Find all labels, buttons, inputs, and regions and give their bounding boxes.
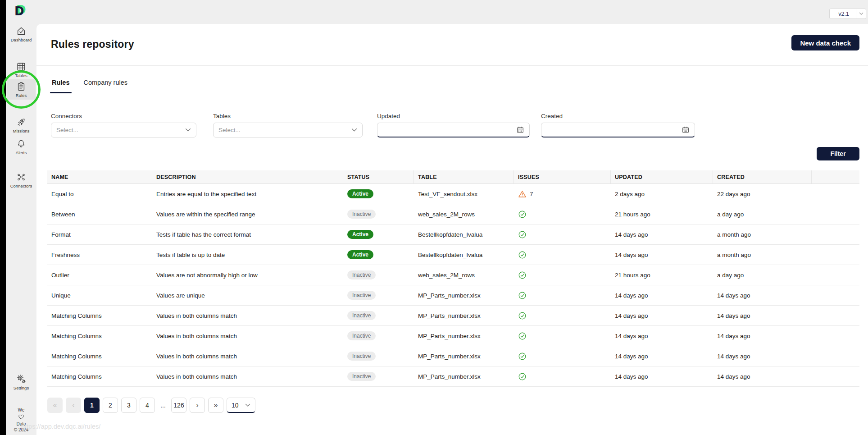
status-badge: Inactive: [347, 270, 376, 279]
cell-table: MP_Parts_number.xlsx: [414, 285, 514, 305]
cell-created: 14 days ago: [713, 366, 812, 386]
table-row[interactable]: FormatTests if table has the correct for…: [47, 224, 859, 245]
page-size-value: 10: [232, 402, 239, 409]
nodes-icon: [16, 172, 26, 182]
app-logo[interactable]: D D: [13, 4, 31, 19]
cell-updated: 14 days ago: [611, 306, 713, 325]
updated-date-input[interactable]: [382, 123, 516, 137]
page-size-select[interactable]: 10: [227, 398, 255, 413]
pagination-prev-button[interactable]: ‹: [66, 398, 81, 413]
sidebar-item-settings[interactable]: Settings: [6, 373, 36, 390]
cell-issues: [514, 224, 611, 244]
cell-description: Values are unique: [152, 285, 343, 305]
cell-created: 22 days ago: [713, 184, 812, 204]
tab-company-rules[interactable]: Company rules: [83, 77, 129, 93]
cell-status: Inactive: [343, 326, 414, 346]
cell-updated: 14 days ago: [611, 245, 713, 265]
pagination-ellipsis: ...: [158, 398, 168, 413]
connectors-select[interactable]: Select...: [51, 123, 196, 137]
content-card: Rules repository New data check Rules Co…: [36, 24, 868, 435]
cell-status: Inactive: [343, 346, 414, 366]
cell-created: 14 days ago: [713, 326, 812, 346]
cell-empty: [812, 366, 859, 386]
created-date-input[interactable]: [546, 123, 682, 137]
sidebar-item-rules[interactable]: Rules: [7, 79, 36, 100]
check-circle-icon: [518, 332, 527, 340]
cell-name: Matching Columns: [47, 306, 152, 325]
sidebar-item-dashboard[interactable]: Dashboard: [6, 26, 36, 42]
cell-status: Inactive: [343, 285, 414, 305]
table-row[interactable]: Matching ColumnsValues in both columns m…: [47, 346, 859, 366]
check-circle-icon: [518, 251, 527, 259]
pagination-page-3[interactable]: 3: [121, 398, 136, 413]
table-row[interactable]: Matching ColumnsValues in both columns m…: [47, 366, 859, 387]
updated-label: Updated: [377, 113, 530, 119]
created-date-input-box[interactable]: [541, 123, 695, 137]
column-header-status: STATUS: [343, 170, 414, 183]
sidebar: D D Dashboard Tables Rules Missions Aler…: [6, 0, 36, 435]
cell-issues: [514, 285, 611, 305]
table-row[interactable]: Matching ColumnsValues in both columns m…: [47, 326, 859, 346]
footer-data: Data: [6, 421, 36, 427]
table-body: Equal toEntries are equal to the specifi…: [47, 184, 859, 387]
table-row[interactable]: BetweenValues are within the specified r…: [47, 204, 859, 224]
cell-table: MP_Parts_number.xlsx: [414, 366, 514, 386]
column-header-empty: [812, 170, 859, 183]
cell-created: a month ago: [713, 224, 812, 244]
column-header-updated: UPDATED: [611, 170, 713, 183]
pagination-page-126[interactable]: 126: [171, 398, 186, 413]
cell-description: Values in both columns match: [152, 326, 343, 346]
filter-created: Created: [541, 113, 695, 137]
cell-empty: [812, 184, 859, 204]
cell-issues: [514, 204, 611, 224]
clipboard-icon: [16, 82, 26, 92]
cell-status: Active: [343, 245, 414, 265]
sidebar-item-tables[interactable]: Tables: [6, 62, 36, 78]
header-divider: [36, 65, 868, 66]
new-data-check-button[interactable]: New data check: [791, 35, 859, 50]
sidebar-footer: We Data © 2024: [6, 407, 36, 433]
column-header-created: CREATED: [713, 170, 812, 183]
cell-empty: [812, 285, 859, 305]
column-header-table: TABLE: [414, 170, 514, 183]
cell-table: MP_Parts_number.xlsx: [414, 306, 514, 325]
pagination-page-1[interactable]: 1: [84, 398, 100, 413]
updated-date-input-box[interactable]: [377, 123, 530, 137]
sidebar-item-missions[interactable]: Missions: [6, 117, 36, 133]
cell-status: Active: [343, 184, 414, 204]
cell-issues: [514, 306, 611, 325]
rocket-icon: [16, 117, 26, 127]
cell-status: Inactive: [343, 204, 414, 224]
filter-tables: Tables Select...: [213, 113, 363, 137]
tab-rules[interactable]: Rules: [51, 77, 71, 93]
version-label: v2.1: [830, 9, 856, 18]
status-badge: Active: [347, 189, 373, 198]
pagination-next-button[interactable]: ›: [190, 398, 205, 413]
active-tab-underline: [50, 92, 72, 94]
table-row[interactable]: OutlierValues are not abnormally high or…: [47, 265, 859, 285]
sidebar-item-alerts[interactable]: Alerts: [6, 139, 36, 155]
pagination-page-2[interactable]: 2: [103, 398, 118, 413]
cell-empty: [812, 245, 859, 265]
created-label: Created: [541, 113, 695, 119]
version-select[interactable]: v2.1: [829, 9, 866, 19]
calendar-icon[interactable]: [682, 126, 690, 134]
pagination-first-button[interactable]: «: [47, 398, 63, 413]
warning-icon: [518, 190, 527, 198]
pagination-last-button[interactable]: »: [208, 398, 223, 413]
sidebar-item-connectors[interactable]: Connectors: [6, 172, 36, 188]
cell-name: Matching Columns: [47, 346, 152, 366]
cell-empty: [812, 204, 859, 224]
filter-button[interactable]: Filter: [817, 147, 859, 160]
table-row[interactable]: Matching ColumnsValues in both columns m…: [47, 306, 859, 326]
cell-issues: [514, 346, 611, 366]
tables-select[interactable]: Select...: [213, 123, 363, 137]
pagination-page-4[interactable]: 4: [140, 398, 155, 413]
tables-label: Tables: [213, 113, 363, 119]
gear-icon: [16, 373, 27, 384]
table-row[interactable]: FreshnessTests if table is up to dateAct…: [47, 245, 859, 265]
cell-status: Inactive: [343, 366, 414, 386]
table-row[interactable]: UniqueValues are uniqueInactiveMP_Parts_…: [47, 285, 859, 306]
calendar-icon[interactable]: [516, 126, 524, 134]
table-row[interactable]: Equal toEntries are equal to the specifi…: [47, 184, 859, 204]
